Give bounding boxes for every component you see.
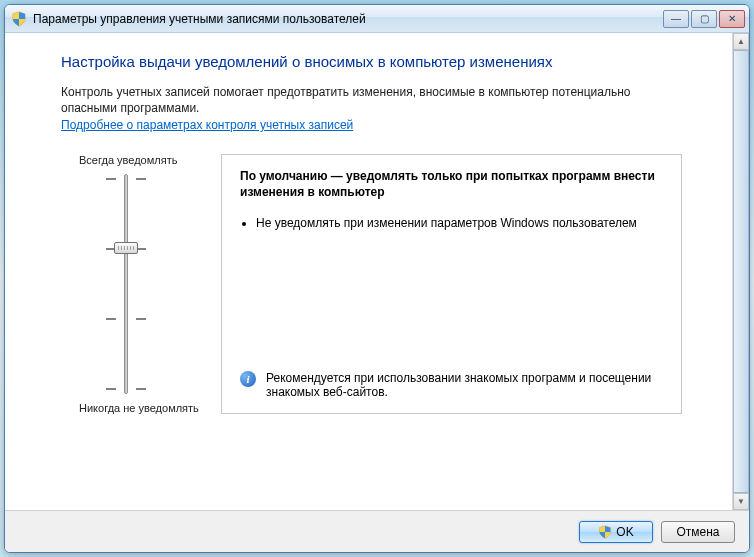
page-description: Контроль учетных записей помогает предот… (61, 84, 682, 116)
slider-area: Всегда уведомлять Никогда не уведомлять … (61, 154, 682, 414)
cancel-button-label: Отмена (676, 525, 719, 539)
content-area: Настройка выдачи уведомлений о вносимых … (5, 33, 732, 510)
cancel-button[interactable]: Отмена (661, 521, 735, 543)
slider-label-always: Всегда уведомлять (79, 154, 177, 166)
help-link[interactable]: Подробнее о параметрах контроля учетных … (61, 118, 353, 132)
uac-slider[interactable] (96, 174, 156, 394)
window-title: Параметры управления учетными записями п… (33, 12, 663, 26)
slider-column: Всегда уведомлять Никогда не уведомлять (61, 154, 191, 414)
button-bar: OK Отмена (5, 510, 749, 552)
shield-icon (11, 11, 27, 27)
scrollbar-thumb[interactable] (733, 50, 749, 493)
content-wrap: Настройка выдачи уведомлений о вносимых … (5, 33, 749, 510)
scroll-down-icon[interactable]: ▼ (733, 493, 749, 510)
minimize-button[interactable]: — (663, 10, 689, 28)
level-heading: По умолчанию — уведомлять только при поп… (240, 169, 663, 200)
level-bullets: Не уведомлять при изменении параметров W… (256, 215, 663, 235)
slider-tick (106, 388, 146, 389)
level-recommendation-text: Рекомендуется при использовании знакомых… (266, 371, 663, 399)
slider-track (124, 174, 128, 394)
level-recommendation: i Рекомендуется при использовании знаком… (240, 361, 663, 399)
page-heading: Настройка выдачи уведомлений о вносимых … (61, 53, 682, 70)
level-bullet-item: Не уведомлять при изменении параметров W… (256, 215, 663, 231)
slider-tick (106, 318, 146, 319)
slider-thumb[interactable] (114, 242, 138, 254)
window-controls: — ▢ ✕ (663, 10, 745, 28)
slider-label-never: Никогда не уведомлять (79, 402, 199, 414)
info-icon: i (240, 371, 256, 387)
vertical-scrollbar[interactable]: ▲ ▼ (732, 33, 749, 510)
shield-icon (598, 525, 612, 539)
slider-tick (106, 178, 146, 179)
level-description-box: По умолчанию — уведомлять только при поп… (221, 154, 682, 414)
ok-button-label: OK (616, 525, 633, 539)
close-button[interactable]: ✕ (719, 10, 745, 28)
uac-settings-window: Параметры управления учетными записями п… (4, 4, 750, 553)
titlebar[interactable]: Параметры управления учетными записями п… (5, 5, 749, 33)
scroll-up-icon[interactable]: ▲ (733, 33, 749, 50)
maximize-button[interactable]: ▢ (691, 10, 717, 28)
ok-button[interactable]: OK (579, 521, 653, 543)
